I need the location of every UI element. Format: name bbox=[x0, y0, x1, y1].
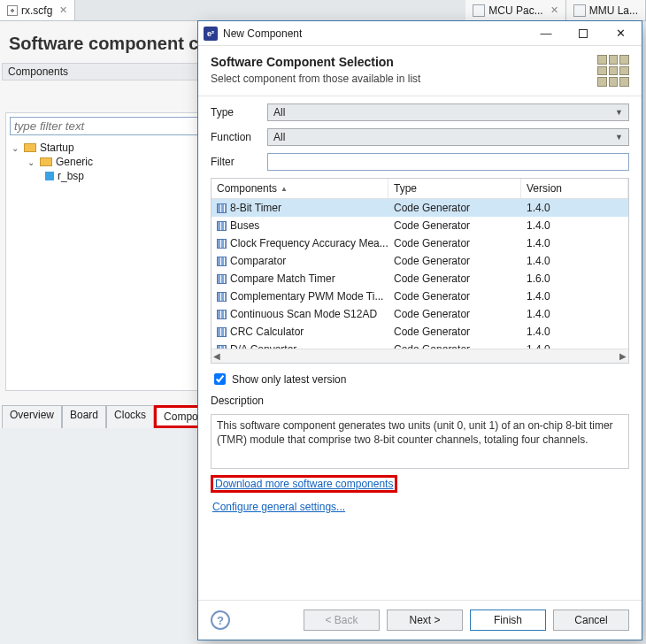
folder-icon bbox=[24, 143, 36, 152]
description-label: Description bbox=[211, 395, 629, 407]
components-table: Components▲ Type Version 8-Bit TimerCode… bbox=[211, 178, 629, 364]
table-row[interactable]: CRC CalculatorCode Generator1.4.0 bbox=[211, 323, 628, 341]
close-icon[interactable]: ✕ bbox=[56, 4, 67, 16]
component-icon bbox=[217, 257, 227, 266]
type-label: Type bbox=[211, 106, 260, 119]
component-icon bbox=[217, 327, 227, 337]
cell-type: Code Generator bbox=[388, 200, 521, 216]
function-combo[interactable]: All ▼ bbox=[267, 128, 629, 146]
col-components[interactable]: Components▲ bbox=[211, 179, 388, 198]
show-latest-label: Show only latest version bbox=[232, 373, 346, 386]
cell-type: Code Generator bbox=[388, 341, 521, 349]
sort-asc-icon: ▲ bbox=[281, 185, 288, 193]
component-icon bbox=[217, 292, 227, 302]
cell-type: Code Generator bbox=[388, 253, 521, 269]
dialog-subheading: Select component from those available in… bbox=[211, 73, 420, 85]
description-text[interactable]: This software component generates two un… bbox=[211, 414, 629, 469]
cell-version: 1.4.0 bbox=[521, 200, 628, 216]
cell-version: 1.4.0 bbox=[521, 218, 628, 234]
cell-version: 1.4.0 bbox=[521, 306, 628, 322]
tab-clocks[interactable]: Clocks bbox=[106, 405, 154, 428]
table-header: Components▲ Type Version bbox=[211, 179, 628, 199]
download-more-link[interactable]: Download more software components bbox=[213, 476, 395, 492]
table-row[interactable]: 8-Bit TimerCode Generator1.4.0 bbox=[211, 199, 628, 217]
cell-name: Comparator bbox=[230, 255, 286, 267]
cell-type: Code Generator bbox=[388, 235, 521, 251]
minimize-button[interactable] bbox=[528, 23, 564, 44]
cell-version: 1.6.0 bbox=[521, 271, 628, 287]
cell-type: Code Generator bbox=[388, 306, 521, 322]
tab-mcu-pac[interactable]: MCU Pac... ✕ bbox=[465, 0, 565, 20]
cell-type: Code Generator bbox=[388, 271, 521, 287]
function-value: All bbox=[273, 131, 285, 143]
type-combo[interactable]: All ▼ bbox=[267, 104, 629, 121]
filter-label: Filter bbox=[211, 156, 260, 168]
col-version[interactable]: Version bbox=[521, 179, 628, 198]
table-row[interactable]: Complementary PWM Mode Ti...Code Generat… bbox=[211, 288, 628, 305]
package-icon bbox=[473, 4, 485, 17]
scroll-right-icon[interactable]: ▶ bbox=[619, 351, 627, 361]
minimize-icon bbox=[541, 27, 552, 40]
table-row[interactable]: Clock Frequency Accuracy Mea...Code Gene… bbox=[211, 234, 628, 252]
table-row[interactable]: Continuous Scan Mode S12ADCode Generator… bbox=[211, 305, 628, 323]
tree-label: Startup bbox=[40, 142, 74, 154]
chevron-down-icon: ▼ bbox=[615, 133, 623, 142]
filter-input[interactable] bbox=[267, 153, 629, 171]
e2-icon: e² bbox=[204, 27, 218, 41]
cell-type: Code Generator bbox=[388, 324, 521, 340]
cell-name: Complementary PWM Mode Ti... bbox=[230, 290, 383, 303]
close-icon[interactable]: ✕ bbox=[547, 4, 558, 16]
cancel-button[interactable]: Cancel bbox=[553, 610, 629, 631]
expand-handle[interactable]: ⌄ bbox=[10, 143, 20, 153]
next-button[interactable]: Next > bbox=[387, 610, 463, 631]
component-icon bbox=[217, 274, 227, 284]
chevron-down-icon: ▼ bbox=[615, 108, 623, 117]
col-type[interactable]: Type bbox=[388, 179, 521, 198]
tab-board[interactable]: Board bbox=[62, 405, 106, 428]
configure-settings-link[interactable]: Configure general settings... bbox=[211, 499, 347, 515]
tab-overview[interactable]: Overview bbox=[2, 405, 62, 428]
table-row[interactable]: Compare Match TimerCode Generator1.6.0 bbox=[211, 270, 628, 288]
component-icon bbox=[217, 203, 227, 213]
table-row[interactable]: BusesCode Generator1.4.0 bbox=[211, 217, 628, 234]
tree-label: Generic bbox=[56, 156, 93, 168]
cell-type: Code Generator bbox=[388, 288, 521, 304]
expand-handle[interactable]: ⌄ bbox=[26, 157, 36, 167]
editor-tabs-strip: rx.scfg ✕ MCU Pac... ✕ MMU La... bbox=[0, 0, 646, 21]
component-grid-icon bbox=[597, 55, 629, 87]
tab-mmu-la[interactable]: MMU La... bbox=[566, 0, 646, 20]
tree-label: r_bsp bbox=[58, 170, 84, 182]
table-row[interactable]: D/A ConverterCode Generator1.4.0 bbox=[211, 341, 628, 349]
dialog-window-title: New Component bbox=[223, 27, 302, 40]
dialog-titlebar[interactable]: e² New Component ✕ bbox=[198, 21, 642, 46]
cell-version: 1.4.0 bbox=[521, 324, 628, 340]
maximize-button[interactable] bbox=[565, 23, 601, 44]
h-scrollbar[interactable]: ◀▶ bbox=[211, 349, 628, 363]
cell-name: Continuous Scan Mode S12AD bbox=[230, 308, 377, 320]
new-component-dialog: e² New Component ✕ Software Component Se… bbox=[197, 20, 642, 640]
help-button[interactable]: ? bbox=[211, 610, 230, 630]
cell-version: 1.4.0 bbox=[521, 235, 628, 251]
component-icon bbox=[217, 239, 227, 249]
finish-button[interactable]: Finish bbox=[470, 610, 546, 631]
tab-rx-scfg[interactable]: rx.scfg ✕ bbox=[0, 0, 75, 20]
maximize-icon bbox=[579, 29, 588, 38]
table-row[interactable]: ComparatorCode Generator1.4.0 bbox=[211, 252, 628, 270]
cell-type: Code Generator bbox=[388, 218, 521, 234]
cell-name: CRC Calculator bbox=[230, 326, 304, 338]
show-latest-checkbox[interactable] bbox=[214, 373, 226, 385]
doc-icon bbox=[573, 4, 586, 17]
cell-name: Buses bbox=[230, 219, 259, 232]
table-body[interactable]: 8-Bit TimerCode Generator1.4.0BusesCode … bbox=[211, 199, 628, 349]
tab-label: MMU La... bbox=[589, 4, 638, 17]
tab-label: rx.scfg bbox=[21, 4, 52, 17]
dialog-footer: ? < Back Next > Finish Cancel bbox=[198, 600, 642, 640]
dialog-body: Type All ▼ Function All ▼ Filter Compone… bbox=[198, 96, 642, 600]
scroll-left-icon[interactable]: ◀ bbox=[213, 351, 220, 361]
close-icon: ✕ bbox=[616, 27, 626, 40]
cell-name: 8-Bit Timer bbox=[230, 202, 281, 214]
tab-label: MCU Pac... bbox=[488, 4, 542, 17]
close-button[interactable]: ✕ bbox=[603, 23, 638, 44]
type-value: All bbox=[273, 106, 285, 119]
cell-version: 1.4.0 bbox=[521, 253, 628, 269]
